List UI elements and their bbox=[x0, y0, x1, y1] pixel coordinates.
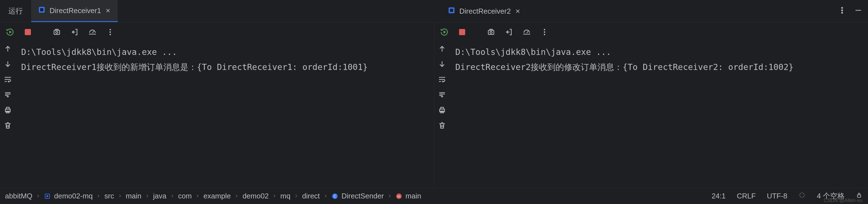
run-label: 运行 bbox=[8, 6, 23, 16]
breadcrumb-item[interactable]: DirectSender bbox=[342, 192, 384, 200]
line-separator[interactable]: CRLF bbox=[737, 192, 756, 200]
svg-line-37 bbox=[800, 193, 801, 194]
more-vertical-icon[interactable] bbox=[838, 6, 846, 17]
svg-rect-20 bbox=[490, 29, 492, 30]
svg-rect-41 bbox=[858, 195, 861, 197]
rerun-button[interactable] bbox=[439, 27, 450, 38]
svg-marker-17 bbox=[443, 31, 446, 33]
breadcrumb-item[interactable]: mq bbox=[280, 192, 290, 200]
svg-point-23 bbox=[544, 34, 545, 35]
svg-rect-1 bbox=[40, 8, 43, 11]
breadcrumb-item[interactable]: main bbox=[406, 192, 421, 200]
print-icon[interactable] bbox=[438, 106, 446, 116]
arrow-up-icon[interactable] bbox=[4, 45, 12, 55]
method-m-icon: m bbox=[396, 193, 402, 200]
chevron-right-icon bbox=[387, 192, 392, 200]
print-icon[interactable] bbox=[4, 106, 12, 116]
thread-dump-button[interactable] bbox=[486, 27, 497, 38]
chevron-right-icon bbox=[272, 192, 277, 200]
pane-left: D:\Tools\jdkk8\bin\java.exe ... DirectRe… bbox=[0, 22, 434, 188]
svg-point-5 bbox=[842, 9, 843, 11]
svg-point-9 bbox=[56, 31, 58, 34]
svg-point-4 bbox=[842, 7, 843, 8]
chevron-right-icon bbox=[118, 192, 123, 200]
console-line: DirectReceiver1接收到的新增订单消息是：{To DirectRec… bbox=[21, 62, 368, 72]
svg-rect-15 bbox=[6, 107, 9, 109]
breadcrumb-item[interactable]: com bbox=[178, 192, 192, 200]
chevron-right-icon bbox=[195, 192, 200, 200]
breadcrumb-item[interactable]: abbitMQ bbox=[5, 192, 32, 200]
watermark: CSDN @Allen-xu bbox=[824, 198, 862, 203]
svg-rect-8 bbox=[54, 30, 60, 34]
close-tab-button[interactable] bbox=[515, 8, 521, 14]
tab-label: DirectReceiver1 bbox=[50, 6, 101, 15]
svg-point-11 bbox=[110, 29, 111, 30]
breadcrumb[interactable]: abbitMQ demo02-mq src main java com exam… bbox=[5, 192, 421, 200]
breadcrumb-item[interactable]: src bbox=[104, 192, 114, 200]
svg-point-6 bbox=[842, 12, 843, 13]
svg-line-40 bbox=[803, 193, 804, 194]
split-panes: D:\Tools\jdkk8\bin\java.exe ... DirectRe… bbox=[0, 22, 868, 188]
svg-rect-28 bbox=[46, 195, 48, 197]
chevron-right-icon bbox=[294, 192, 299, 200]
close-tab-button[interactable] bbox=[105, 7, 111, 13]
module-icon bbox=[44, 193, 51, 200]
breadcrumb-item[interactable]: demo02 bbox=[243, 192, 269, 200]
chevron-right-icon bbox=[323, 192, 328, 200]
chevron-right-icon bbox=[145, 192, 150, 200]
console-line: D:\Tools\jdkk8\bin\java.exe ... bbox=[21, 47, 177, 57]
scroll-to-end-icon[interactable] bbox=[438, 91, 446, 101]
console-output[interactable]: D:\Tools\jdkk8\bin\java.exe ... DirectRe… bbox=[450, 42, 868, 188]
exit-button[interactable] bbox=[69, 27, 80, 38]
rerun-button[interactable] bbox=[4, 27, 16, 38]
console-line: D:\Tools\jdkk8\bin\java.exe ... bbox=[456, 47, 611, 57]
breadcrumb-item[interactable]: java bbox=[153, 192, 166, 200]
class-c-icon: C bbox=[332, 193, 338, 200]
status-bar: abbitMQ demo02-mq src main java com exam… bbox=[0, 188, 868, 204]
more-vertical-icon[interactable] bbox=[539, 27, 550, 38]
tab-label: DirectReceiver2 bbox=[459, 7, 511, 16]
svg-line-39 bbox=[800, 196, 801, 197]
thread-dump-button[interactable] bbox=[51, 27, 62, 38]
arrow-up-icon[interactable] bbox=[438, 45, 446, 55]
minimize-icon[interactable] bbox=[854, 6, 862, 17]
dashboard-icon[interactable] bbox=[87, 27, 98, 38]
spinner-icon bbox=[798, 192, 806, 201]
arrow-down-icon[interactable] bbox=[4, 60, 12, 70]
svg-rect-3 bbox=[450, 9, 453, 12]
tab-direct-receiver-1[interactable]: DirectReceiver1 bbox=[31, 0, 118, 22]
class-file-icon bbox=[447, 6, 456, 16]
chevron-right-icon bbox=[36, 192, 41, 200]
file-encoding[interactable]: UTF-8 bbox=[767, 192, 787, 200]
stop-icon bbox=[459, 29, 465, 35]
soft-wrap-icon[interactable] bbox=[438, 75, 446, 86]
svg-text:m: m bbox=[397, 194, 400, 198]
dashboard-icon[interactable] bbox=[521, 27, 532, 38]
exit-button[interactable] bbox=[503, 27, 515, 38]
chevron-right-icon bbox=[96, 192, 101, 200]
svg-point-21 bbox=[544, 29, 545, 30]
more-vertical-icon[interactable] bbox=[105, 27, 116, 38]
tab-bar: 运行 DirectReceiver1 DirectReceiver2 bbox=[0, 0, 868, 22]
caret-position[interactable]: 24:1 bbox=[712, 192, 726, 200]
run-tool-window-label[interactable]: 运行 bbox=[0, 0, 31, 22]
breadcrumb-item[interactable]: direct bbox=[302, 192, 320, 200]
breadcrumb-item[interactable]: example bbox=[204, 192, 231, 200]
svg-marker-7 bbox=[9, 31, 12, 33]
arrow-down-icon[interactable] bbox=[438, 60, 446, 70]
stop-button[interactable] bbox=[457, 27, 468, 38]
console-line: DirectReceiver2接收到的修改订单消息：{To DirectRece… bbox=[456, 62, 794, 72]
svg-text:C: C bbox=[334, 194, 336, 198]
scroll-to-end-icon[interactable] bbox=[4, 91, 12, 101]
stop-icon bbox=[25, 29, 31, 35]
stop-button[interactable] bbox=[22, 27, 33, 38]
breadcrumb-item[interactable]: main bbox=[126, 192, 142, 200]
trash-icon[interactable] bbox=[438, 121, 446, 132]
svg-line-38 bbox=[803, 196, 804, 197]
console-output[interactable]: D:\Tools\jdkk8\bin\java.exe ... DirectRe… bbox=[16, 42, 434, 188]
breadcrumb-item[interactable]: demo02-mq bbox=[54, 192, 93, 200]
soft-wrap-icon[interactable] bbox=[4, 75, 12, 86]
tab-direct-receiver-2[interactable]: DirectReceiver2 bbox=[441, 0, 528, 22]
class-file-icon bbox=[38, 6, 45, 16]
trash-icon[interactable] bbox=[4, 121, 12, 132]
